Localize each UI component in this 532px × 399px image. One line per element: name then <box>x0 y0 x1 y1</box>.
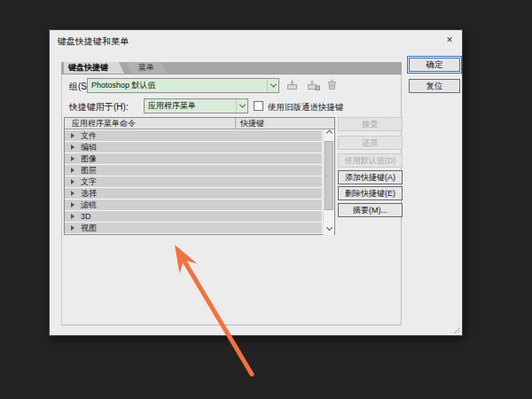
expand-triangle-icon[interactable] <box>71 202 74 207</box>
add-shortcut-button[interactable]: 添加快捷键(A) <box>338 170 403 184</box>
reset-button[interactable]: 复位 <box>409 79 460 93</box>
ok-button[interactable]: 确定 <box>409 58 460 72</box>
accept-button: 接受 <box>338 117 403 131</box>
table-row[interactable]: 3D <box>65 211 322 222</box>
menu-category-label: 视图 <box>81 223 97 234</box>
column-header-shortcut: 快捷键 <box>236 118 334 129</box>
menu-category-label: 文件 <box>81 130 97 142</box>
keyboard-shortcuts-dialog: 键盘快捷键和菜单 × 键盘快捷键 菜单 确定 复位 组(S): Photosho… <box>49 29 463 336</box>
chevron-down-icon[interactable] <box>236 99 247 113</box>
expand-triangle-icon[interactable] <box>71 179 74 184</box>
expand-triangle-icon[interactable] <box>71 168 74 173</box>
table-scrollbar[interactable] <box>323 129 334 235</box>
save-set-icon[interactable] <box>286 79 299 90</box>
scroll-up-icon[interactable] <box>324 129 334 139</box>
scrollbar-thumb[interactable] <box>325 141 333 210</box>
table-row[interactable]: 图像 <box>65 153 322 164</box>
legacy-channel-label: 使用旧版通道快捷键 <box>268 102 344 113</box>
menu-category-label: 文字 <box>81 176 97 188</box>
table-row[interactable]: 选择 <box>65 188 322 199</box>
menu-commands-table: 应用程序菜单命令 快捷键 文件编辑图像图层文字选择滤镜3D视图 <box>64 117 335 235</box>
delete-shortcut-button[interactable]: 删除快捷键(E) <box>338 186 403 200</box>
expand-triangle-icon[interactable] <box>71 191 74 196</box>
menu-category-label: 编辑 <box>81 142 97 153</box>
close-icon[interactable]: × <box>441 32 458 48</box>
column-header-commands: 应用程序菜单命令 <box>65 118 236 129</box>
summary-button[interactable]: 摘要(M)... <box>338 203 403 217</box>
menu-category-label: 图像 <box>81 153 97 165</box>
shortcuts-for-value: 应用程序菜单 <box>145 100 236 112</box>
tab-strip: 键盘快捷键 菜单 <box>61 62 402 74</box>
tab-keyboard-shortcuts[interactable]: 键盘快捷键 <box>64 62 124 74</box>
expand-triangle-icon[interactable] <box>71 133 74 138</box>
set-select-value: Photoshop 默认值 <box>88 80 267 91</box>
delete-set-icon[interactable] <box>327 79 337 90</box>
expand-triangle-icon[interactable] <box>71 214 74 219</box>
menu-category-label: 选择 <box>81 188 97 200</box>
new-set-icon[interactable] <box>306 79 320 90</box>
table-row[interactable]: 文件 <box>65 130 322 141</box>
table-row[interactable]: 图层 <box>65 165 322 176</box>
menu-category-label: 图层 <box>81 165 97 176</box>
set-select[interactable]: Photoshop 默认值 <box>87 78 279 93</box>
table-row[interactable]: 视图 <box>65 223 322 233</box>
table-body: 文件编辑图像图层文字选择滤镜3D视图 <box>65 129 334 235</box>
use-default-button: 使用默认值(D) <box>338 153 403 168</box>
scroll-down-icon[interactable] <box>324 225 334 235</box>
tab-menus[interactable]: 菜单 <box>126 62 167 74</box>
tab-content-panel: 组(S): Photoshop 默认值 <box>61 74 402 325</box>
undo-button: 还原 <box>338 136 403 150</box>
shortcuts-for-select[interactable]: 应用程序菜单 <box>144 98 248 113</box>
chevron-down-icon[interactable] <box>267 79 278 92</box>
legacy-channel-checkbox[interactable] <box>254 101 263 111</box>
expand-triangle-icon[interactable] <box>71 145 74 150</box>
table-header: 应用程序菜单命令 快捷键 <box>65 118 334 129</box>
table-row[interactable]: 编辑 <box>65 142 322 153</box>
dialog-title: 键盘快捷键和菜单 <box>58 35 129 48</box>
expand-triangle-icon[interactable] <box>71 225 74 231</box>
table-row[interactable]: 滤镜 <box>65 200 322 210</box>
shortcuts-for-label: 快捷键用于(H): <box>69 101 129 113</box>
table-row[interactable]: 文字 <box>65 176 322 187</box>
resize-grip[interactable] <box>454 327 460 333</box>
expand-triangle-icon[interactable] <box>71 156 74 161</box>
menu-category-label: 3D <box>81 212 91 221</box>
menu-category-label: 滤镜 <box>81 200 97 211</box>
